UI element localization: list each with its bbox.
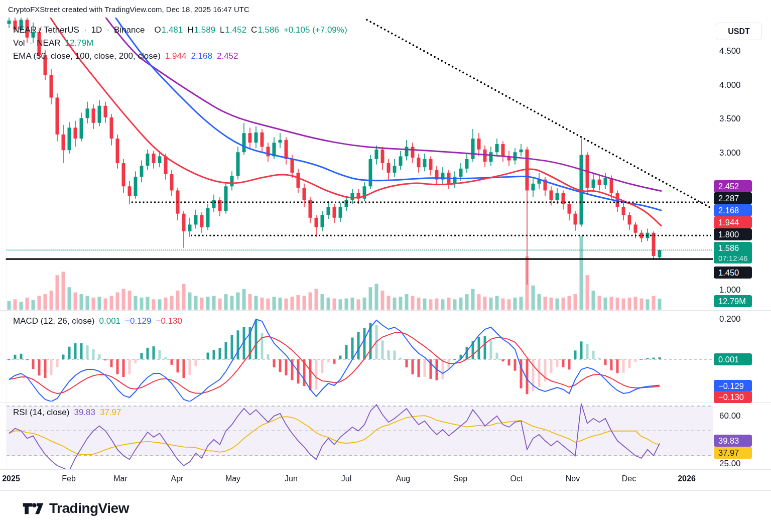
axis-price-badge: 1.944 bbox=[714, 216, 752, 228]
macd-label: MACD (12, 26, close) bbox=[13, 316, 95, 327]
axis-price-badge: 2.168 bbox=[714, 204, 752, 216]
axis-price-badge: 0.001 bbox=[714, 353, 752, 365]
axis-price-badge: 1.58607:12:46 bbox=[714, 242, 752, 263]
volume-row: Vol · NEAR 12.79M bbox=[13, 38, 347, 49]
time-axis-label: Dec bbox=[622, 474, 636, 483]
axis-tick-label: 25.00 bbox=[719, 459, 741, 469]
time-axis-label: Oct bbox=[510, 474, 523, 483]
time-axis-label: 2026 bbox=[678, 474, 696, 483]
currency-toggle-usdt[interactable]: USDT bbox=[716, 23, 762, 40]
axis-price-badge: 2.287 bbox=[714, 192, 752, 204]
separator-dot: · bbox=[30, 38, 33, 49]
axis-price-badge: 37.97 bbox=[714, 447, 752, 459]
time-axis-label: 2025 bbox=[2, 474, 20, 483]
separator-dot: · bbox=[84, 25, 87, 36]
time-axis-label: Mar bbox=[113, 474, 127, 483]
tradingview-logo-icon bbox=[23, 500, 44, 516]
axis-tick-label: 4.500 bbox=[719, 46, 741, 56]
brand-name: TradingView bbox=[49, 500, 129, 516]
time-axis-label: Jul bbox=[341, 474, 351, 483]
volume-value: 12.79M bbox=[65, 38, 94, 49]
axis-tick-label: 4.000 bbox=[719, 80, 741, 90]
macd-hist-value: 0.001 bbox=[99, 316, 121, 327]
watermark-header: CryptoFXStreet created with TradingView.… bbox=[8, 5, 249, 14]
price-legend: NEAR / TetherUS · 1D · Binance O1.481 H1… bbox=[13, 25, 347, 64]
time-axis-label: Apr bbox=[171, 474, 184, 483]
close-value: 1.586 bbox=[258, 25, 279, 36]
high-pair: H1.589 bbox=[187, 25, 215, 36]
ema200-value: 2.452 bbox=[217, 51, 238, 62]
axis-tick-label: 1.000 bbox=[719, 285, 741, 295]
axis-price-badge: −0.130 bbox=[714, 391, 752, 403]
volume-symbol: NEAR bbox=[37, 38, 60, 49]
axis-tick-label: 60.00 bbox=[719, 411, 741, 421]
low-pair: L1.452 bbox=[220, 25, 246, 36]
axis-price-badge: 1.450 bbox=[714, 267, 752, 279]
time-axis[interactable]: 2025FebMarAprMayJunJulAugSepOctNovDec202… bbox=[0, 470, 713, 490]
ema-row: EMA (50, close, 100, close, 200, close) … bbox=[13, 51, 347, 62]
countdown-timer: 07:12:46 bbox=[718, 253, 747, 263]
timeframe-label: 1D bbox=[91, 25, 102, 36]
exchange-label: Binance bbox=[114, 25, 145, 36]
macd-legend: MACD (12, 26, close) 0.001 −0.129 −0.130 bbox=[13, 316, 182, 329]
change-value: +0.105 (+7.09%) bbox=[284, 25, 347, 36]
time-axis-label: Sep bbox=[453, 474, 467, 483]
axis-tick-label: 3.500 bbox=[719, 114, 741, 124]
symbol-name: NEAR / TetherUS bbox=[13, 25, 79, 36]
axis-price-badge: 12.79M bbox=[714, 295, 752, 307]
time-axis-label: Nov bbox=[566, 474, 580, 483]
time-axis-label: Feb bbox=[62, 474, 76, 483]
time-axis-label: Aug bbox=[396, 474, 410, 483]
open-value: 1.481 bbox=[162, 25, 183, 36]
axis-price-badge: 1.800 bbox=[714, 228, 752, 240]
low-value: 1.452 bbox=[225, 25, 247, 36]
ema-label: EMA (50, close, 100, close, 200, close) bbox=[13, 51, 161, 62]
axis-tick-label: 0.200 bbox=[719, 314, 741, 324]
rsi-legend: RSI (14, close) 39.83 37.97 bbox=[13, 407, 121, 420]
high-value: 1.589 bbox=[194, 25, 216, 36]
axis-price-badge: 2.452 bbox=[714, 180, 752, 192]
rsi-label: RSI (14, close) bbox=[13, 407, 69, 418]
axis-tick-label: 3.000 bbox=[719, 148, 741, 158]
rsi-value: 39.83 bbox=[74, 407, 95, 418]
time-axis-label: Jun bbox=[285, 474, 298, 483]
rsi-ma-value: 37.97 bbox=[100, 407, 121, 418]
footer-logo: TradingView bbox=[23, 500, 129, 516]
time-axis-label: May bbox=[225, 474, 240, 483]
separator-dot: · bbox=[106, 25, 109, 36]
open-pair: O1.481 bbox=[154, 25, 183, 36]
price-axis[interactable]: USDT 4.5004.0003.5003.0001.0002.4522.287… bbox=[713, 18, 771, 490]
axis-price-badge: −0.129 bbox=[714, 380, 752, 392]
symbol-row: NEAR / TetherUS · 1D · Binance O1.481 H1… bbox=[13, 25, 347, 36]
macd-signal-value: −0.130 bbox=[156, 316, 182, 327]
axis-price-badge: 39.83 bbox=[714, 435, 752, 447]
ema100-value: 2.168 bbox=[191, 51, 212, 62]
macd-line-value: −0.129 bbox=[125, 316, 151, 327]
volume-label: Vol bbox=[13, 38, 25, 49]
close-pair: C1.586 bbox=[251, 25, 279, 36]
chart-canvas[interactable] bbox=[0, 0, 771, 532]
ema50-value: 1.944 bbox=[165, 51, 187, 62]
